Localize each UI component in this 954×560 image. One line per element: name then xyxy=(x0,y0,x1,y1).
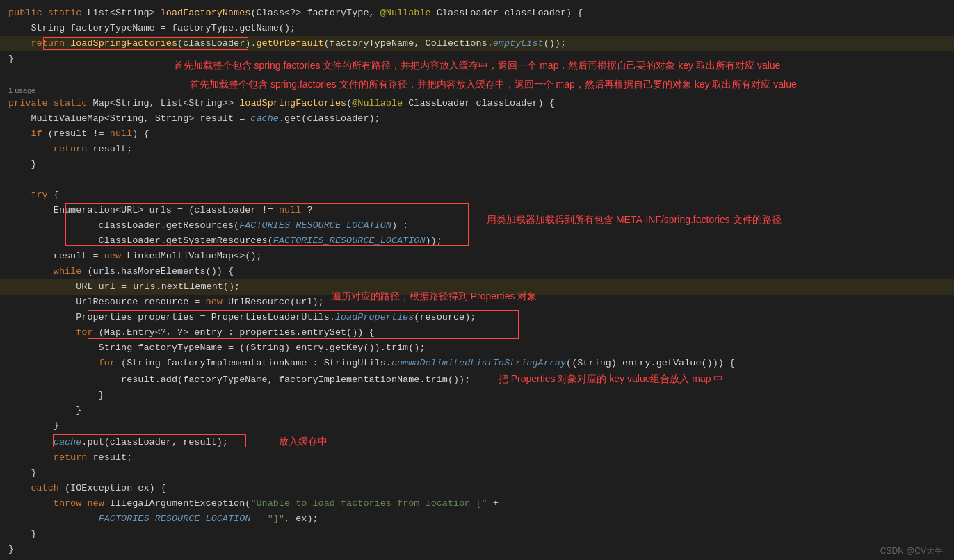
code-line-result-add: result.add(factoryTypeName, factoryImple… xyxy=(0,371,954,388)
line-text: result.add(factoryTypeName, factoryImple… xyxy=(0,371,954,388)
line-text: classLoader.getResources(FACTORIES_RESOU… xyxy=(0,218,954,233)
code-line: classLoader.getResources(FACTORIES_RESOU… xyxy=(0,218,954,233)
code-line: } xyxy=(0,527,954,542)
code-line: catch (IOException ex) { xyxy=(0,481,954,496)
code-line: } xyxy=(0,466,954,481)
line-text: try { xyxy=(0,188,954,203)
code-line-highlighted: return loadSpringFactories(classLoader).… xyxy=(0,36,954,51)
annotation-urls: 用类加载器加载得到所有包含 META-INF/spring.factories … xyxy=(487,214,782,227)
code-line: } xyxy=(0,388,954,403)
cache-put-block: cache.put(classLoader, result); 放入缓存中 xyxy=(0,434,954,450)
code-line: FACTORIES_RESOURCE_LOCATION + "]", ex); xyxy=(0,511,954,527)
line-text: String factoryTypeName = ((String) entry… xyxy=(0,340,954,356)
line-text: Enumeration<URL> urls = (classLoader != … xyxy=(0,203,954,218)
properties-block: Properties properties = PropertiesLoader… xyxy=(0,310,954,340)
line-text: if (result != null) { xyxy=(0,126,954,142)
code-line: MultiValueMap<String, String> result = c… xyxy=(0,111,954,126)
code-line: try { xyxy=(0,188,954,203)
code-line: while (urls.hasMoreElements()) { xyxy=(0,264,954,279)
code-line: if (result != null) { xyxy=(0,126,954,142)
line-text: } xyxy=(0,542,954,557)
code-line: Enumeration<URL> urls = (classLoader != … xyxy=(0,203,954,218)
line-text: ClassLoader.getSystemResources(FACTORIES… xyxy=(0,233,954,249)
code-line: for (String factoryImplementationName : … xyxy=(0,356,954,371)
line-text: } xyxy=(0,418,954,434)
line-text: result = new LinkedMultiValueMap<>(); xyxy=(0,249,954,264)
code-line: return result; xyxy=(0,450,954,466)
line-text xyxy=(0,172,954,188)
line-text: MultiValueMap<String, String> result = c… xyxy=(0,111,954,126)
line-text: } xyxy=(0,527,954,542)
line-text: } xyxy=(0,466,954,481)
line-text: return result; xyxy=(0,142,954,157)
watermark: CSDN @CV大牛 xyxy=(880,545,943,557)
code-line: String factoryTypeName = factoryType.get… xyxy=(0,21,954,36)
code-line: String factoryTypeName = ((String) entry… xyxy=(0,340,954,356)
line-text: cache.put(classLoader, result); 放入缓存中 xyxy=(0,434,954,450)
line-text: } xyxy=(0,51,954,67)
line-text: private static Map<String, List<String>>… xyxy=(0,96,954,111)
line-text: for (String factoryImplementationName : … xyxy=(0,356,954,371)
code-line: for (Map.Entry<?, ?> entry : properties.… xyxy=(0,325,954,340)
line-text: catch (IOException ex) { xyxy=(0,481,954,496)
line-text: String factoryTypeName = factoryType.get… xyxy=(0,21,954,36)
line-text: } xyxy=(0,157,954,172)
annotation-line: 首先加载整个包含 spring.factories 文件的所有路径，并把内容放入… xyxy=(0,67,954,85)
line-text: } xyxy=(0,388,954,403)
code-line: return result; xyxy=(0,142,954,157)
line-text: for (Map.Entry<?, ?> entry : properties.… xyxy=(0,325,954,340)
code-line: private static Map<String, List<String>>… xyxy=(0,96,954,111)
line-text: FACTORIES_RESOURCE_LOCATION + "]", ex); xyxy=(0,511,954,527)
code-line: public static List<String> loadFactoryNa… xyxy=(0,6,954,21)
code-line: } xyxy=(0,542,954,557)
line-text: throw new IllegalArgumentException("Unab… xyxy=(0,496,954,511)
code-line-url: URL url = urls.nextElement(); 遍历对应的路径，根据… xyxy=(0,279,954,295)
enumeration-block: 用类加载器加载得到所有包含 META-INF/spring.factories … xyxy=(0,203,954,249)
annotation-text-1: 首先加载整个包含 spring.factories 文件的所有路径，并把内容放入… xyxy=(190,79,797,90)
code-line: result = new LinkedMultiValueMap<>(); xyxy=(0,249,954,264)
code-line: } xyxy=(0,157,954,172)
code-line-throw: throw new IllegalArgumentException("Unab… xyxy=(0,496,954,511)
line-text: return result; xyxy=(0,450,954,466)
line-text: return loadSpringFactories(classLoader).… xyxy=(0,36,954,51)
annotation-traverse: 遍历对应的路径，根据路径得到 Properties 对象 xyxy=(299,280,537,313)
code-line: } xyxy=(0,418,954,434)
code-line-cache: cache.put(classLoader, result); 放入缓存中 xyxy=(0,434,954,450)
code-line xyxy=(0,172,954,188)
line-text: while (urls.hasMoreElements()) { xyxy=(0,264,954,279)
code-line: } xyxy=(0,403,954,418)
code-line: ClassLoader.getSystemResources(FACTORIES… xyxy=(0,233,954,249)
line-text: } xyxy=(0,403,954,418)
line-text: public static List<String> loadFactoryNa… xyxy=(0,6,954,21)
code-line: } xyxy=(0,51,954,67)
